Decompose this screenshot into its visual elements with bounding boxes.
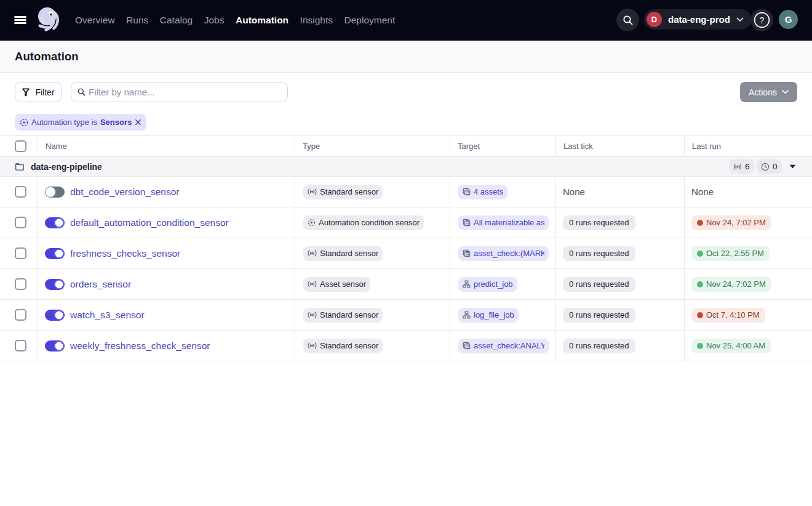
svg-text:?: ? [760,15,765,25]
